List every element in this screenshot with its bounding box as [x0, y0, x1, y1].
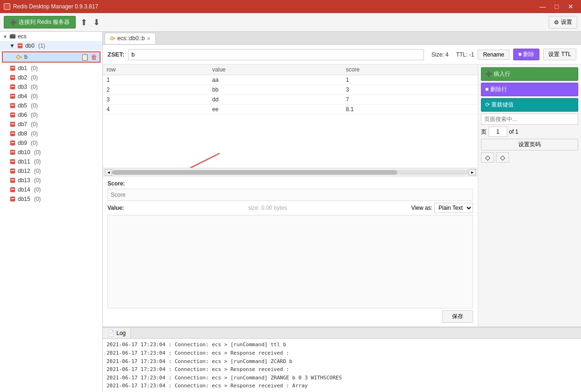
- sidebar-item-db10[interactable]: db10 (0): [0, 148, 102, 157]
- set-ttl-button[interactable]: 设置 TTL: [543, 49, 576, 60]
- sidebar-item-db5[interactable]: db5 (0): [0, 101, 102, 110]
- db8-label: db8: [18, 130, 27, 137]
- maximize-button[interactable]: □: [550, 1, 563, 12]
- close-button[interactable]: ✕: [564, 1, 577, 12]
- sidebar-item-db4[interactable]: db4 (0): [0, 92, 102, 101]
- sidebar-item-db11[interactable]: db11 (0): [0, 157, 102, 166]
- cell-value: dd: [208, 95, 342, 105]
- key-container-b: b 📋 🗑: [2, 51, 100, 63]
- data-table: row value score 1 aa 1 2 bb 3 3: [103, 64, 478, 114]
- cell-row: 3: [103, 95, 208, 105]
- db7-icon: [9, 121, 16, 128]
- export-button[interactable]: ⬇: [92, 16, 101, 29]
- rename-button[interactable]: Rename: [478, 50, 509, 60]
- svg-rect-5: [20, 57, 22, 57]
- sidebar-item-db7[interactable]: db7 (0): [0, 120, 102, 129]
- page-number-input[interactable]: [488, 127, 507, 137]
- table-hscroll: ◂ ▸: [103, 168, 478, 176]
- db7-label: db7: [18, 121, 27, 128]
- set-page-button[interactable]: 设置页码: [481, 139, 578, 150]
- log-tab-button[interactable]: 📄 Log: [103, 328, 131, 338]
- save-button[interactable]: 保存: [442, 310, 473, 323]
- sidebar-item-db3[interactable]: db3 (0): [0, 82, 102, 92]
- log-icon: 📄: [108, 330, 115, 336]
- log-entry: 2021-06-17 17:23:04 : Connection: ecs > …: [107, 357, 577, 366]
- settings-button[interactable]: ⚙ 设置: [549, 16, 577, 29]
- sidebar-item-db6[interactable]: db6 (0): [0, 110, 102, 120]
- next-page-button[interactable]: ◇: [496, 152, 509, 163]
- tab-ecs-db0-b[interactable]: ecs::db0::b ✕: [105, 33, 156, 44]
- minimize-button[interactable]: —: [536, 1, 549, 12]
- scroll-left-button[interactable]: ◂: [105, 169, 112, 176]
- db14-label: db14: [18, 186, 30, 193]
- server-icon: [9, 33, 16, 40]
- svg-rect-18: [11, 114, 14, 115]
- tab-bar: ecs::db0::b ✕: [103, 32, 581, 45]
- sidebar-item-db15[interactable]: db15 (0): [0, 194, 102, 204]
- tab-close-button[interactable]: ✕: [147, 36, 151, 41]
- score-input[interactable]: [108, 189, 473, 201]
- db15-label: db15: [18, 196, 30, 202]
- db5-count: (0): [31, 102, 38, 109]
- db1-label: db1: [18, 65, 27, 71]
- db12-label: db12: [18, 168, 30, 174]
- table-row[interactable]: 3 dd 7: [103, 95, 478, 105]
- of-label: of 1: [509, 128, 518, 135]
- table-row[interactable]: 2 bb 3: [103, 85, 478, 95]
- log-entry: 2021-06-17 17:23:04 : Connection: ecs > …: [107, 382, 577, 390]
- sidebar-item-db12[interactable]: db12 (0): [0, 166, 102, 176]
- db0-icon: [17, 43, 23, 49]
- toolbar: ➕ 连接到 Redis 服务器 ⬆ ⬇ ⚙ 设置: [0, 13, 581, 32]
- delete-button[interactable]: ■ 删除: [513, 49, 540, 60]
- svg-rect-32: [11, 179, 14, 180]
- sidebar-item-db14[interactable]: db14 (0): [0, 185, 102, 194]
- db0-item[interactable]: ▼ db0 (1) b 📋: [0, 41, 102, 63]
- svg-rect-30: [11, 170, 14, 171]
- db6-count: (0): [31, 112, 38, 118]
- svg-point-37: [111, 37, 114, 40]
- sidebar-item-db1[interactable]: db1 (0): [0, 64, 102, 73]
- sidebar-item-db9[interactable]: db9 (0): [0, 138, 102, 148]
- col-row: row: [103, 64, 208, 75]
- titlebar: Redis Desktop Manager 0.9.3.817 — □ ✕: [0, 0, 581, 13]
- window-controls: — □ ✕: [536, 1, 577, 12]
- db4-label: db4: [18, 93, 27, 100]
- log-section: 📄 Log 2021-06-17 17:23:04 : Connection: …: [103, 327, 581, 392]
- insert-row-button[interactable]: ➕ 插入行: [481, 67, 578, 81]
- svg-rect-39: [115, 39, 115, 40]
- db2-icon: [9, 74, 16, 81]
- db9-icon: [9, 140, 16, 146]
- delete-row-button[interactable]: ■ 删除行: [481, 83, 578, 96]
- db4-count: (0): [31, 93, 38, 100]
- prev-page-button[interactable]: ◇: [481, 152, 494, 163]
- db4-icon: [9, 93, 16, 100]
- sidebar-item-db8[interactable]: db8 (0): [0, 129, 102, 138]
- key-type: ZSET:: [108, 51, 124, 58]
- db13-count: (0): [34, 177, 41, 184]
- svg-rect-26: [11, 151, 14, 152]
- value-textarea[interactable]: [108, 215, 473, 308]
- sidebar-item-db13[interactable]: db13 (0): [0, 176, 102, 185]
- log-entry: 2021-06-17 17:23:04 : Connection: ecs > …: [107, 374, 577, 382]
- server-item-ecs[interactable]: ▼ ecs: [0, 32, 102, 41]
- log-tab: 📄 Log: [103, 328, 581, 339]
- import-button[interactable]: ⬆: [79, 16, 88, 29]
- db0-label: db0: [25, 43, 35, 49]
- table-row[interactable]: 1 aa 1: [103, 75, 478, 85]
- sidebar-item-db2[interactable]: db2 (0): [0, 73, 102, 82]
- svg-rect-12: [11, 86, 14, 87]
- key-name-b: b: [24, 54, 28, 60]
- svg-rect-10: [11, 77, 14, 78]
- view-as-select[interactable]: Plain TextJSONHEXBinary: [434, 203, 473, 213]
- key-name-input[interactable]: [128, 49, 424, 60]
- page-search-input[interactable]: [481, 114, 578, 125]
- copy-key-button[interactable]: 📋: [80, 53, 89, 61]
- scroll-right-button[interactable]: ▸: [468, 169, 476, 176]
- reload-button[interactable]: ⟳ 重载键值: [481, 98, 578, 112]
- db3-label: db3: [18, 84, 27, 90]
- hscroll-track[interactable]: [112, 170, 468, 175]
- svg-rect-6: [21, 57, 22, 58]
- table-row[interactable]: 4 ee 8.1: [103, 105, 478, 114]
- delete-key-button[interactable]: 🗑: [90, 53, 98, 61]
- connect-redis-button[interactable]: ➕ 连接到 Redis 服务器: [4, 16, 76, 29]
